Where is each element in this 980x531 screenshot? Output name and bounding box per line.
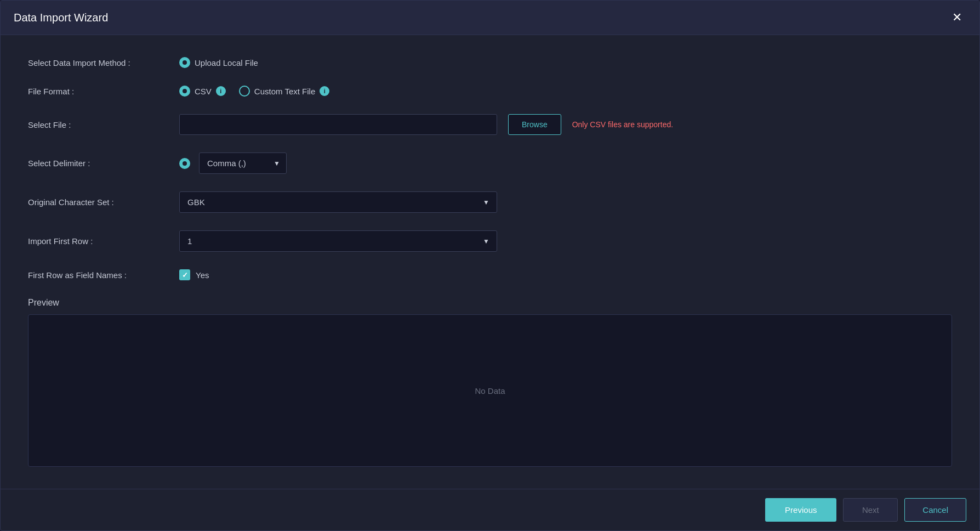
- browse-button[interactable]: Browse: [508, 114, 561, 135]
- previous-button[interactable]: Previous: [765, 498, 836, 522]
- file-format-label: File Format :: [28, 87, 170, 96]
- close-button[interactable]: ✕: [948, 9, 966, 26]
- character-set-row: Original Character Set : GBK UTF-8 ISO-8…: [28, 191, 952, 213]
- radio-delimiter-circle: [179, 158, 190, 169]
- radio-upload-local[interactable]: Upload Local File: [179, 57, 258, 68]
- first-row-field-names-row: First Row as Field Names : ✓ Yes: [28, 269, 952, 280]
- first-row-field-names-checkbox[interactable]: ✓: [179, 269, 190, 280]
- no-data-text: No Data: [475, 386, 505, 396]
- radio-csv[interactable]: CSV i: [179, 86, 226, 97]
- import-first-row-select[interactable]: 1 2 3: [179, 230, 497, 252]
- dialog-title: Data Import Wizard: [14, 12, 108, 24]
- radio-upload-local-circle: [179, 57, 190, 68]
- character-set-label: Original Character Set :: [28, 197, 170, 207]
- radio-upload-local-label: Upload Local File: [195, 58, 258, 67]
- delimiter-select-wrapper: Comma (,) Tab Semicolon (;) ▼: [199, 152, 287, 174]
- preview-title: Preview: [28, 298, 952, 308]
- preview-section: Preview No Data: [28, 298, 952, 467]
- delimiter-label: Select Delimiter :: [28, 159, 170, 168]
- import-first-row-label: Import First Row :: [28, 236, 170, 246]
- import-first-row-wrapper: 1 2 3 ▼: [179, 230, 497, 252]
- file-input[interactable]: [179, 114, 497, 135]
- next-button: Next: [843, 498, 898, 522]
- select-file-row: Select File : Browse Only CSV files are …: [28, 114, 952, 135]
- file-error-text: Only CSV files are supported.: [572, 120, 673, 129]
- delimiter-controls: Comma (,) Tab Semicolon (;) ▼: [179, 152, 287, 174]
- character-set-wrapper: GBK UTF-8 ISO-8859-1 ASCII ▼: [179, 191, 497, 213]
- delimiter-select[interactable]: Comma (,) Tab Semicolon (;): [199, 152, 287, 174]
- preview-area: No Data: [28, 314, 952, 467]
- select-file-label: Select File :: [28, 120, 170, 129]
- delimiter-row: Select Delimiter : Comma (,) Tab Semicol…: [28, 152, 952, 174]
- csv-info-icon[interactable]: i: [216, 86, 226, 96]
- radio-csv-label: CSV: [195, 87, 212, 96]
- dialog-header: Data Import Wizard ✕: [1, 1, 979, 35]
- first-row-field-names-label: First Row as Field Names :: [28, 270, 170, 280]
- first-row-field-names-text: Yes: [196, 270, 209, 280]
- radio-custom-text-circle: [239, 86, 250, 97]
- radio-csv-circle: [179, 86, 190, 97]
- cancel-button[interactable]: Cancel: [904, 498, 966, 522]
- radio-custom-text[interactable]: Custom Text File i: [239, 86, 329, 97]
- character-set-select[interactable]: GBK UTF-8 ISO-8859-1 ASCII: [179, 191, 497, 213]
- checkmark-icon: ✓: [182, 271, 188, 279]
- custom-text-info-icon[interactable]: i: [320, 86, 329, 96]
- import-method-row: Select Data Import Method : Upload Local…: [28, 57, 952, 68]
- dialog-body: Select Data Import Method : Upload Local…: [1, 35, 979, 489]
- import-method-radio-group: Upload Local File: [179, 57, 258, 68]
- first-row-field-names-wrapper: ✓ Yes: [179, 269, 209, 280]
- file-format-row: File Format : CSV i Custom Text File i: [28, 86, 952, 97]
- dialog-footer: Previous Next Cancel: [1, 489, 979, 530]
- data-import-wizard-dialog: Data Import Wizard ✕ Select Data Import …: [0, 0, 980, 531]
- import-first-row-row: Import First Row : 1 2 3 ▼: [28, 230, 952, 252]
- radio-custom-text-label: Custom Text File: [254, 87, 315, 96]
- import-method-label: Select Data Import Method :: [28, 58, 170, 67]
- file-format-radio-group: CSV i Custom Text File i: [179, 86, 329, 97]
- file-controls: Browse Only CSV files are supported.: [179, 114, 673, 135]
